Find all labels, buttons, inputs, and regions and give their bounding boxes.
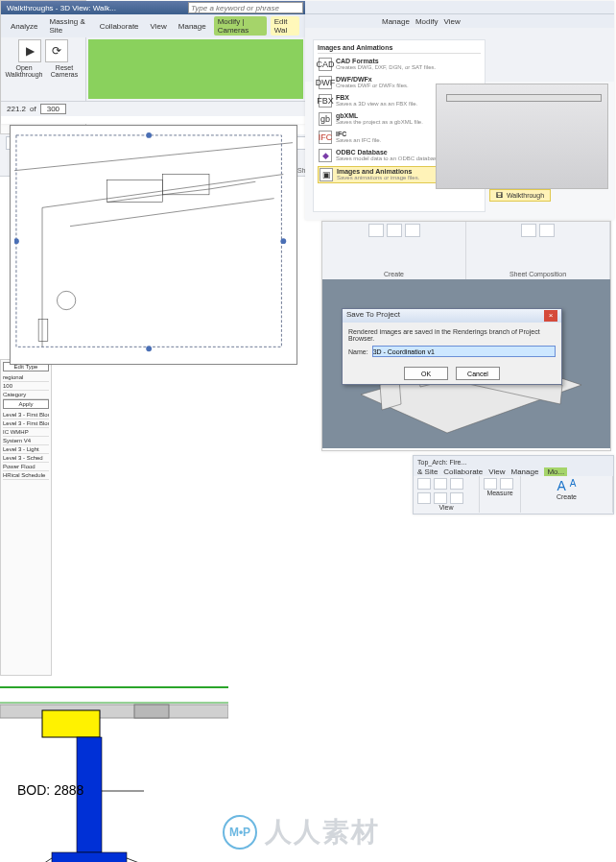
svg-point-8 <box>14 238 19 244</box>
frame-status: 221.2 of 300 <box>1 101 305 116</box>
ann-ic-7[interactable] <box>484 478 497 490</box>
ann-ic-1[interactable] <box>417 478 431 490</box>
ann-ic-5[interactable] <box>434 492 447 504</box>
ann-ic-6[interactable] <box>450 492 463 504</box>
frame-value: 221.2 <box>7 105 26 113</box>
menu-manage[interactable]: Manage <box>175 21 210 32</box>
render-panel: Create Sheet Composition Save To Project… <box>321 221 611 451</box>
search-input[interactable] <box>188 2 303 13</box>
export-tabs: Manage Modify View <box>305 14 614 28</box>
menu-edit-walkthrough[interactable]: Edit Wal <box>271 16 299 36</box>
tab-modify[interactable]: Modify <box>415 17 438 26</box>
text-small-icon[interactable]: A <box>570 478 577 493</box>
frame-total-input[interactable]: 300 <box>40 104 66 114</box>
svg-point-7 <box>146 346 152 351</box>
render-btn-3[interactable] <box>405 224 420 237</box>
prop-row[interactable]: Level 3 - First Block <box>3 419 49 428</box>
images-icon: ▣ <box>320 168 333 181</box>
close-icon[interactable]: × <box>544 310 557 322</box>
prop-row[interactable]: Category <box>3 391 49 399</box>
watermark: M•P 人人素材 <box>223 814 380 850</box>
open-walkthrough-icon[interactable]: ▶ <box>18 39 41 62</box>
render-lbl-create: Create <box>384 271 404 277</box>
svg-point-6 <box>280 238 286 244</box>
svg-rect-3 <box>38 319 48 341</box>
svg-text:BOD: 2888: BOD: 2888 <box>17 782 83 798</box>
open-walkthrough-label: Open Walkthrough <box>5 64 43 78</box>
prop-row[interactable]: Power Flood <box>3 463 49 471</box>
text-icon[interactable]: A <box>557 478 565 493</box>
tab-modify[interactable]: Mo... <box>544 467 567 476</box>
export-section-title: Images and Animations <box>318 44 481 54</box>
odbc-icon: ◆ <box>319 149 332 162</box>
watermark-text: 人人素材 <box>265 814 380 850</box>
menu-massing[interactable]: Massing & Site <box>45 16 91 36</box>
render-btn-5[interactable] <box>539 224 555 237</box>
svg-point-2 <box>57 291 75 309</box>
prop-row[interactable]: Level 3 - First Block <box>3 411 49 419</box>
export-sub-walkthrough[interactable]: 🎞 Walkthrough <box>489 189 551 202</box>
cancel-button[interactable]: Cancel <box>456 367 500 380</box>
apply-button[interactable]: Apply <box>3 399 49 409</box>
prop-row[interactable]: HRical Schedule <box>3 471 49 480</box>
ann-ic-3[interactable] <box>450 478 463 490</box>
export-titlebar <box>305 1 614 14</box>
gbxml-icon: gb <box>319 112 332 126</box>
render-btn-1[interactable] <box>368 224 384 237</box>
prop-row[interactable]: 100 <box>3 382 49 391</box>
dialog-title-text: Save To Project <box>346 310 400 322</box>
walkthrough-group: ▶ ⟳ Open Walkthrough Reset Cameras <box>1 37 86 101</box>
render-scene[interactable]: Save To Project × Rendered images are sa… <box>322 279 610 448</box>
dialog-message: Rendered images are saved in the Renderi… <box>348 328 556 342</box>
tab-manage[interactable]: Manage <box>510 467 538 476</box>
prop-row[interactable]: Level 3 - Sched <box>3 454 49 463</box>
frame-of: of <box>30 105 36 113</box>
svg-rect-22 <box>134 705 169 718</box>
walkthrough-menubar: Analyze Massing & Site Collaborate View … <box>1 14 305 37</box>
tab-view[interactable]: View <box>488 467 505 476</box>
save-to-project-dialog: Save To Project × Rendered images are sa… <box>342 308 562 385</box>
ann-ic-4[interactable] <box>417 492 431 504</box>
dwf-icon: DWF <box>319 76 332 89</box>
ok-button[interactable]: OK <box>404 367 448 380</box>
export-item-cad[interactable]: CADCAD FormatsCreates DWG, DXF, DGN, or … <box>318 57 481 72</box>
annotation-title: Top_Arch: Fire... <box>414 456 613 467</box>
export-panel: Manage Modify View Images and Animations… <box>305 1 614 220</box>
svg-rect-0 <box>107 180 163 202</box>
menu-collaborate[interactable]: Collaborate <box>96 21 143 32</box>
tab-view[interactable]: View <box>443 17 460 26</box>
tab-collab[interactable]: Collaborate <box>443 467 483 476</box>
export-3d-preview <box>436 84 608 189</box>
fbx-icon: FBX <box>319 94 332 108</box>
svg-rect-25 <box>52 852 127 862</box>
menu-modify-cameras[interactable]: Modify | Cameras <box>214 16 267 36</box>
annotation-ribbon-panel: Top_Arch: Fire... & Site Collaborate Vie… <box>413 455 614 515</box>
prop-row[interactable]: regional <box>3 373 49 382</box>
dialog-name-input[interactable] <box>372 346 556 357</box>
wireframe-canvas[interactable] <box>14 130 293 360</box>
watermark-logo-icon: M•P <box>223 815 257 850</box>
tab-site[interactable]: & Site <box>417 467 438 476</box>
svg-point-5 <box>146 132 152 138</box>
prop-row[interactable]: System V4 <box>3 437 49 445</box>
prop-row[interactable]: Level 3 - Light <box>3 445 49 454</box>
properties-sidebar: Edit Type regional 100 Category Apply Le… <box>0 359 52 676</box>
section-view[interactable]: BOD: 2888 1 150.0 L/s 1 150.0 L/s DIF <box>0 676 228 862</box>
ann-ic-8[interactable] <box>500 478 513 490</box>
menu-view[interactable]: View <box>147 21 171 32</box>
walkthrough-panel: Walkthroughs - 3D View: Walk... Analyze … <box>1 1 305 124</box>
cad-icon: CAD <box>319 58 332 71</box>
dialog-titlebar[interactable]: Save To Project × <box>343 309 561 323</box>
tab-manage[interactable]: Manage <box>382 17 410 26</box>
render-btn-2[interactable] <box>387 224 402 237</box>
ann-grp-view: View <box>414 476 480 513</box>
menu-analyze[interactable]: Analyze <box>7 21 41 32</box>
render-ribbon: Create Sheet Composition <box>322 222 610 279</box>
svg-rect-4 <box>16 135 281 347</box>
ann-ic-2[interactable] <box>434 478 447 490</box>
svg-rect-23 <box>42 710 100 737</box>
title-text: Walkthroughs - 3D View: Walk... <box>7 4 116 12</box>
render-btn-4[interactable] <box>521 224 536 237</box>
reset-cameras-icon[interactable]: ⟳ <box>45 39 68 62</box>
prop-row[interactable]: IC WMHP <box>3 428 49 437</box>
